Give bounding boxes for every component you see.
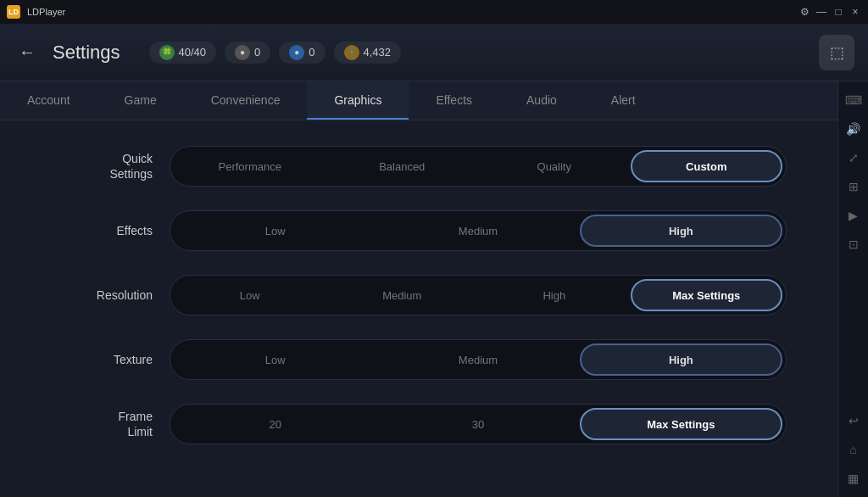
tab-account[interactable]: Account	[0, 81, 97, 120]
quality-option[interactable]: Quality	[478, 150, 631, 182]
resolution-high-option[interactable]: High	[478, 279, 631, 311]
settings-icon[interactable]: ⚙	[798, 6, 810, 18]
effects-low-option[interactable]: Low	[174, 215, 376, 247]
resolution-medium-option[interactable]: Medium	[326, 279, 479, 311]
fullscreen-icon[interactable]: ⤢	[842, 146, 865, 170]
effects-label: Effects	[51, 223, 153, 238]
frame-limit-options: 20 30 Max Settings	[170, 404, 787, 444]
minimize-button[interactable]: —	[815, 6, 827, 18]
page-title: Settings	[53, 42, 120, 64]
tab-audio[interactable]: Audio	[499, 81, 584, 120]
title-bar: LD LDPlayer ⚙ — □ ×	[0, 0, 868, 24]
maximize-button[interactable]: □	[832, 6, 844, 18]
effects-options: Low Medium High	[170, 210, 787, 251]
settings-panel: Quick Settings Performance Balanced Qual…	[0, 120, 837, 497]
grid-icon[interactable]: ⊞	[842, 175, 865, 198]
play-icon[interactable]: ▶	[842, 204, 865, 227]
custom-option[interactable]: Custom	[631, 150, 783, 182]
resolution-row: Resolution Low Medium High Max Settings	[51, 275, 787, 316]
balanced-option[interactable]: Balanced	[326, 150, 479, 182]
gold-icon: 🔹	[344, 45, 359, 60]
stat-gold: 🔹 4,432	[334, 42, 402, 64]
back-icon[interactable]: ↩	[842, 409, 865, 433]
energy-icon: ●	[289, 45, 304, 60]
resolution-low-option[interactable]: Low	[174, 279, 326, 311]
gold-value: 4,432	[364, 46, 392, 59]
tab-bar: Account Game Convenience Graphics Effect…	[0, 81, 837, 120]
stat-health: 🍀 40/40	[149, 42, 217, 64]
back-button[interactable]: ←	[14, 39, 41, 66]
effects-high-option[interactable]: High	[580, 215, 782, 247]
quick-settings-options: Performance Balanced Quality Custom	[170, 146, 787, 187]
home-icon[interactable]: ⌂	[842, 438, 865, 461]
record-icon[interactable]: ⊡	[842, 232, 865, 256]
header-stats: 🍀 40/40 ● 0 ● 0 🔹 4,432	[149, 42, 808, 64]
right-sidebar: ⌨ 🔊 ⤢ ⊞ ▶ ⊡ ↩ ⌂ ▦	[837, 81, 868, 497]
menu-icon[interactable]: ▦	[842, 466, 865, 490]
energy-value: 0	[309, 46, 314, 59]
close-button[interactable]: ×	[849, 6, 861, 18]
stat-energy: ● 0	[279, 42, 325, 64]
tab-graphics[interactable]: Graphics	[307, 81, 409, 120]
tab-game[interactable]: Game	[97, 81, 184, 120]
profile-button[interactable]: ⬚	[819, 35, 854, 70]
tab-effects[interactable]: Effects	[409, 81, 499, 120]
tab-alert[interactable]: Alert	[584, 81, 663, 120]
effects-row: Effects Low Medium High	[51, 210, 787, 251]
frame-limit-row: Frame Limit 20 30 Max Settings	[51, 404, 787, 444]
tab-convenience[interactable]: Convenience	[184, 81, 308, 120]
effects-medium-option[interactable]: Medium	[376, 215, 579, 247]
stat-mana: ● 0	[225, 42, 270, 64]
frame-30-option[interactable]: 30	[376, 408, 579, 440]
health-icon: 🍀	[159, 45, 175, 60]
frame-limit-label: Frame Limit	[51, 409, 153, 439]
texture-medium-option[interactable]: Medium	[376, 343, 579, 376]
performance-option[interactable]: Performance	[174, 150, 326, 182]
quick-settings-row: Quick Settings Performance Balanced Qual…	[51, 146, 787, 187]
app-logo: LD	[7, 5, 20, 19]
window-controls[interactable]: ⚙ — □ ×	[798, 6, 861, 18]
mana-icon: ●	[235, 45, 250, 60]
resolution-label: Resolution	[51, 288, 153, 303]
main-container: Account Game Convenience Graphics Effect…	[0, 81, 868, 497]
texture-low-option[interactable]: Low	[174, 343, 376, 376]
resolution-options: Low Medium High Max Settings	[170, 275, 787, 316]
content-area: Account Game Convenience Graphics Effect…	[0, 81, 837, 497]
resolution-max-option[interactable]: Max Settings	[631, 279, 783, 311]
frame-20-option[interactable]: 20	[174, 408, 376, 440]
volume-icon[interactable]: 🔊	[842, 117, 865, 141]
mana-value: 0	[254, 46, 260, 59]
health-value: 40/40	[179, 46, 207, 59]
app-header: ← Settings 🍀 40/40 ● 0 ● 0 🔹 4,432 ⬚	[0, 24, 868, 81]
keyboard-icon[interactable]: ⌨	[842, 88, 865, 112]
texture-options: Low Medium High	[170, 339, 787, 380]
texture-label: Texture	[51, 352, 153, 367]
texture-high-option[interactable]: High	[580, 343, 782, 376]
frame-max-option[interactable]: Max Settings	[580, 408, 782, 440]
quick-settings-label: Quick Settings	[51, 151, 153, 181]
app-title: LDPlayer	[27, 7, 792, 17]
texture-row: Texture Low Medium High	[51, 339, 787, 380]
